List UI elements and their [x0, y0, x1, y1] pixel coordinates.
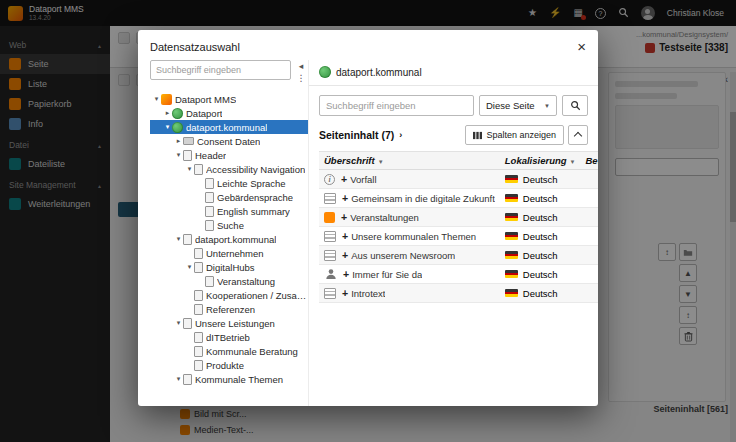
record-localization-label: Deutsch	[523, 231, 558, 242]
page-icon	[194, 332, 203, 343]
section-title[interactable]: Seiteninhalt (7) ›	[319, 129, 402, 141]
tree-item-label: Leichte Sprache	[217, 178, 286, 189]
chevron-down-icon: ▼	[544, 103, 550, 109]
tree-item-label: Kooperationen / Zusammenarbeit	[206, 290, 308, 301]
chevron-down-icon[interactable]: ▾	[174, 319, 183, 327]
chevron-right-icon[interactable]: ▸	[163, 109, 172, 117]
tree-item-leichte-sprache[interactable]: Leichte Sprache	[150, 176, 308, 190]
record-row-introtext: +IntrotextDeutsch	[319, 284, 598, 303]
person-icon	[324, 268, 337, 281]
insert-record-icon[interactable]: +	[342, 193, 348, 204]
tree-item-unsere-leistungen[interactable]: ▾Unsere Leistungen	[150, 316, 308, 330]
search-scope-value: Diese Seite	[486, 100, 535, 111]
chevron-down-icon[interactable]: ▾	[174, 151, 183, 159]
record-title[interactable]: Introtext	[351, 288, 385, 299]
tree-item-geb-rdensprache[interactable]: Gebärdensprache	[150, 190, 308, 204]
page-icon	[194, 164, 203, 175]
record-row-gemeinsam-in-die-digitale-zukunft: +Gemeinsam in die digitale ZukunftDeutsc…	[319, 189, 598, 208]
tree-item-label: Produkte	[206, 360, 244, 371]
text-icon	[324, 288, 336, 299]
tree-item-consent-daten[interactable]: ▸Consent Daten	[150, 134, 308, 148]
record-title[interactable]: Gemeinsam in die digitale Zukunft	[351, 193, 495, 204]
record-description-cell	[581, 189, 599, 208]
record-localization-label: Deutsch	[523, 288, 558, 299]
insert-record-icon[interactable]: +	[342, 288, 348, 299]
tree-search-input[interactable]	[150, 60, 291, 80]
tree-item-produkte[interactable]: Produkte	[150, 358, 308, 372]
search-button[interactable]	[562, 95, 588, 116]
record-title[interactable]: Aus unserem Newsroom	[351, 250, 455, 261]
tree-item-kooperationen-zusammenarbeit[interactable]: Kooperationen / Zusammenarbeit	[150, 288, 308, 302]
tree-item-dataport-kommunal[interactable]: ▾dataport.kommunal	[150, 120, 308, 134]
content-search-input[interactable]	[319, 95, 474, 116]
tree-item-dataport-kommunal[interactable]: ▾dataport.kommunal	[150, 232, 308, 246]
chevron-down-icon[interactable]: ▾	[185, 263, 194, 271]
german-flag-icon	[505, 213, 518, 221]
tree-item-header[interactable]: ▾Header	[150, 148, 308, 162]
tree-item-kommunale-beratung[interactable]: Kommunale Beratung	[150, 344, 308, 358]
german-flag-icon	[505, 175, 518, 183]
collapse-tree-icon[interactable]: ◂	[299, 62, 304, 71]
show-columns-button[interactable]: Spalten anzeigen	[465, 125, 564, 145]
show-columns-label: Spalten anzeigen	[486, 130, 556, 140]
tree-item-unternehmen[interactable]: Unternehmen	[150, 246, 308, 260]
tree-item-referenzen[interactable]: Referenzen	[150, 302, 308, 316]
record-row-vorfall: i+VorfallDeutsch	[319, 170, 598, 189]
record-title[interactable]: Immer für Sie da	[352, 269, 422, 280]
tree-item-label: Accessibility Navigation	[206, 164, 305, 175]
tree-item-ditbetrieb[interactable]: dITBetrieb	[150, 330, 308, 344]
page-icon	[183, 234, 192, 245]
chevron-down-icon[interactable]: ▾	[174, 235, 183, 243]
close-icon[interactable]: ×	[577, 39, 586, 54]
column-header-lokalisierung[interactable]: Lokalisierung▼	[500, 152, 581, 170]
chevron-down-icon[interactable]: ▾	[185, 165, 194, 173]
tree-item-label: Referenzen	[206, 304, 255, 315]
content-table-head-row: Überschrift▼Lokalisierung▼Beschreibung▼	[319, 152, 598, 170]
record-title[interactable]: Veranstaltungen	[350, 212, 419, 223]
chevron-down-icon[interactable]: ▾	[163, 123, 172, 131]
column-header-berschrift[interactable]: Überschrift▼	[319, 152, 500, 170]
record-localization-content: Deutsch	[505, 269, 576, 280]
tree-item-label: Header	[195, 150, 226, 161]
column-header-label: Lokalisierung	[505, 155, 567, 166]
record-title[interactable]: Unsere kommunalen Themen	[351, 231, 476, 242]
tree-item-accessibility-navigation[interactable]: ▾Accessibility Navigation	[150, 162, 308, 176]
chevron-down-icon[interactable]: ▾	[152, 95, 161, 103]
record-localization-content: Deutsch	[505, 174, 576, 185]
german-flag-icon	[505, 270, 518, 278]
collapse-section-button[interactable]	[568, 125, 588, 145]
record-selection-modal: Datensatzauswahl × ◂ ⋮ ▾Dataport MMS▸Dat…	[138, 30, 598, 406]
modal-header: Datensatzauswahl ×	[138, 30, 598, 60]
insert-record-icon[interactable]: +	[341, 212, 347, 223]
tree-item-veranstaltung[interactable]: Veranstaltung	[150, 274, 308, 288]
chevron-right-icon[interactable]: ▸	[174, 137, 183, 145]
tree-item-suche[interactable]: Suche	[150, 218, 308, 232]
globe-icon	[172, 108, 183, 119]
insert-record-icon[interactable]: +	[341, 174, 347, 185]
record-row-veranstaltungen: +VeranstaltungenDeutsch	[319, 208, 598, 227]
content-icon	[324, 231, 336, 242]
search-scope-select[interactable]: Diese Seite ▼	[479, 95, 557, 116]
content-page-title: dataport.kommunal	[336, 67, 422, 78]
german-flag-icon	[505, 251, 518, 259]
record-localization-cell: Deutsch	[500, 265, 581, 284]
modal-page-tree: ▾Dataport MMS▸Dataport▾dataport.kommunal…	[150, 92, 308, 406]
insert-record-icon[interactable]: +	[342, 231, 348, 242]
tree-item-label: Veranstaltung	[217, 276, 275, 287]
insert-record-icon[interactable]: +	[342, 250, 348, 261]
column-header-beschreibung[interactable]: Beschreibung▼	[581, 152, 599, 170]
insert-record-icon[interactable]: +	[343, 269, 349, 280]
tree-item-kommunale-themen[interactable]: ▾Kommunale Themen	[150, 372, 308, 386]
tree-item-dataport[interactable]: ▸Dataport	[150, 106, 308, 120]
tree-item-label: Unsere Leistungen	[195, 318, 275, 329]
kebab-menu-icon[interactable]: ⋮	[297, 74, 306, 83]
chevron-down-icon[interactable]: ▾	[174, 375, 183, 383]
record-title-content: i+Vorfall	[324, 174, 495, 185]
tree-item-digitalhubs[interactable]: ▾DigitalHubs	[150, 260, 308, 274]
record-row-aus-unserem-newsroom: +Aus unserem NewsroomDeutsch	[319, 246, 598, 265]
tree-item-english-summary[interactable]: English summary	[150, 204, 308, 218]
tree-item-dataport-mms[interactable]: ▾Dataport MMS	[150, 92, 308, 106]
modal-content-panel: dataport.kommunal Diese Seite ▼ Seitenin…	[308, 60, 598, 406]
record-title[interactable]: Vorfall	[350, 174, 376, 185]
record-localization-label: Deutsch	[523, 250, 558, 261]
